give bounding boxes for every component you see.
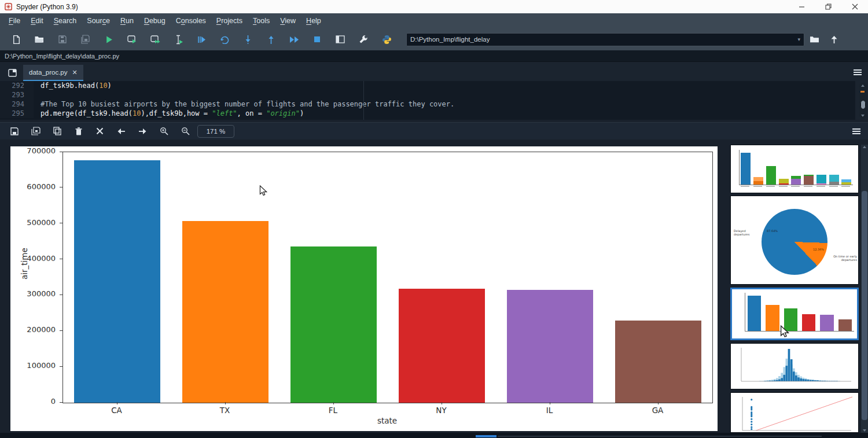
x-axis-label: state xyxy=(62,416,712,425)
save-plot-button[interactable] xyxy=(3,124,25,138)
next-plot-button[interactable] xyxy=(132,124,153,138)
editor-options-menu-button[interactable] xyxy=(853,69,862,76)
scrollbar-handle[interactable] xyxy=(476,435,496,437)
re-run-button[interactable] xyxy=(213,31,236,48)
working-directory-combo[interactable]: D:\Python_Imp\flight_delay ▾ xyxy=(406,33,804,46)
run-button[interactable] xyxy=(97,31,120,48)
new-file-button[interactable] xyxy=(5,31,28,48)
menu-item-consoles[interactable]: Consoles xyxy=(171,15,211,27)
y-tick-label: 300000 xyxy=(27,289,56,298)
plots-options-menu-button[interactable] xyxy=(852,128,861,135)
menu-bar: FileEditSearchSourceRunDebugConsolesProj… xyxy=(0,13,868,28)
spyder-logo-icon xyxy=(5,3,12,10)
run-to-line-button[interactable] xyxy=(190,31,213,48)
bar-IL xyxy=(507,290,594,403)
menu-item-run[interactable]: Run xyxy=(115,15,139,27)
parent-directory-button[interactable] xyxy=(824,31,844,47)
pie-label-right: On time or early departures xyxy=(833,255,857,262)
x-tick-label-GA: GA xyxy=(604,403,712,415)
plot-thumbnail-pie[interactable]: Delayed departures 87.64% 12.36% On time… xyxy=(730,196,859,285)
python-path-manager-button[interactable] xyxy=(375,31,398,48)
code-editor[interactable]: 292df_tsk9b.head(10)293294#The Top 10 bu… xyxy=(0,81,855,120)
remove-all-plots-button[interactable] xyxy=(89,124,111,138)
step-return-button[interactable] xyxy=(259,31,282,48)
copy-image-button[interactable] xyxy=(46,124,68,138)
x-tick-label-CA: CA xyxy=(62,403,171,415)
thumbnail-tick-marks xyxy=(739,186,852,187)
menu-item-debug[interactable]: Debug xyxy=(139,15,171,27)
chevron-down-icon[interactable]: ▾ xyxy=(797,36,800,42)
y-tick-label: 500000 xyxy=(27,218,56,227)
menu-item-tools[interactable]: Tools xyxy=(248,15,275,27)
zoom-out-button[interactable] xyxy=(175,124,196,138)
y-tick-label: 700000 xyxy=(27,146,56,155)
plot-thumbnail-scatter[interactable] xyxy=(730,392,859,433)
code-line[interactable]: 292df_tsk9b.head(10) xyxy=(0,81,855,90)
bar-CA xyxy=(74,160,161,403)
code-line[interactable]: 294#The Top 10 busiest airports by the b… xyxy=(0,100,855,109)
spyder-window: Spyder (Python 3.9) FileEditSearchSource… xyxy=(0,0,868,438)
remove-plot-button[interactable] xyxy=(68,124,89,138)
bar-TX xyxy=(182,221,269,403)
breadcrumb: D:\Python_Imp\flight_delay\data_proc.py xyxy=(0,50,868,62)
open-file-button[interactable] xyxy=(28,31,51,48)
plots-toolbar: 171 % xyxy=(0,122,868,139)
step-into-button[interactable] xyxy=(236,31,259,48)
x-axis-ticks: CATXFLNYILGA xyxy=(62,403,712,415)
thumbnails-scrollbar[interactable] xyxy=(861,145,868,433)
plot-thumbnail-bar-selected[interactable] xyxy=(730,288,859,340)
browse-tabs-button[interactable] xyxy=(3,66,21,80)
stop-button[interactable] xyxy=(306,31,329,48)
file-path: D:\Python_Imp\flight_delay\data_proc.py xyxy=(5,53,119,60)
column-ruler xyxy=(363,81,364,120)
menu-item-edit[interactable]: Edit xyxy=(25,15,49,27)
main-toolbar: D:\Python_Imp\flight_delay ▾ xyxy=(0,28,868,50)
browse-directory-button[interactable] xyxy=(804,31,824,47)
tab-data-proc[interactable]: data_proc.py ✕ xyxy=(23,65,83,81)
title-bar: Spyder (Python 3.9) xyxy=(0,0,868,13)
run-selection-button[interactable] xyxy=(167,31,190,48)
pie-chart xyxy=(762,209,827,275)
menu-item-projects[interactable]: Projects xyxy=(211,15,248,27)
save-button[interactable] xyxy=(51,31,74,48)
current-plot-figure: air_time 0100000200000300000400000500000… xyxy=(10,146,718,431)
x-tick-label-FL: FL xyxy=(279,403,387,415)
plot-thumbnail-stacked-bar[interactable] xyxy=(730,145,859,193)
bottom-scrollbar-strip[interactable] xyxy=(0,433,868,438)
minimize-button[interactable] xyxy=(788,0,815,13)
bar-FL xyxy=(290,246,377,403)
editor-scrollbar[interactable] xyxy=(859,83,867,119)
code-line[interactable]: 295pd.merge(df_tsk9.head(10),df_tsk9b,ho… xyxy=(0,109,855,118)
zoom-in-button[interactable] xyxy=(153,124,175,138)
y-tick-label: 100000 xyxy=(27,361,56,370)
menu-item-file[interactable]: File xyxy=(3,15,25,27)
tab-close-icon[interactable]: ✕ xyxy=(72,69,78,76)
line-number: 295 xyxy=(0,109,34,118)
pie-pct-orange: 12.36% xyxy=(813,248,824,252)
save-all-plots-button[interactable] xyxy=(25,124,46,138)
pie-pct-blue: 87.64% xyxy=(767,230,778,233)
zoom-level-indicator[interactable]: 171 % xyxy=(197,125,234,138)
menu-item-search[interactable]: Search xyxy=(49,15,82,27)
menu-item-view[interactable]: View xyxy=(275,15,301,27)
editor-pane: data_proc.py ✕ 292df_tsk9b.head(10)29329… xyxy=(0,62,868,120)
y-tick-label: 600000 xyxy=(27,182,56,191)
restore-button[interactable] xyxy=(815,0,841,13)
run-cell-advance-button[interactable] xyxy=(144,31,167,48)
line-number: 294 xyxy=(0,100,34,109)
continue-button[interactable] xyxy=(282,31,306,48)
code-line[interactable]: 293 xyxy=(0,90,855,100)
menu-item-help[interactable]: Help xyxy=(301,15,326,27)
menu-item-source[interactable]: Source xyxy=(82,15,115,27)
maximize-pane-button[interactable] xyxy=(329,31,352,48)
bar-chart-axes xyxy=(62,152,713,403)
plot-thumbnail-histogram[interactable] xyxy=(730,343,859,389)
y-tick-label: 200000 xyxy=(27,325,56,334)
preferences-button[interactable] xyxy=(352,31,375,48)
run-cell-button[interactable] xyxy=(120,31,144,48)
close-button[interactable] xyxy=(841,0,868,13)
line-number: 292 xyxy=(0,81,34,90)
previous-plot-button[interactable] xyxy=(111,124,132,138)
bar-NY xyxy=(399,289,486,403)
save-all-button[interactable] xyxy=(74,31,97,48)
